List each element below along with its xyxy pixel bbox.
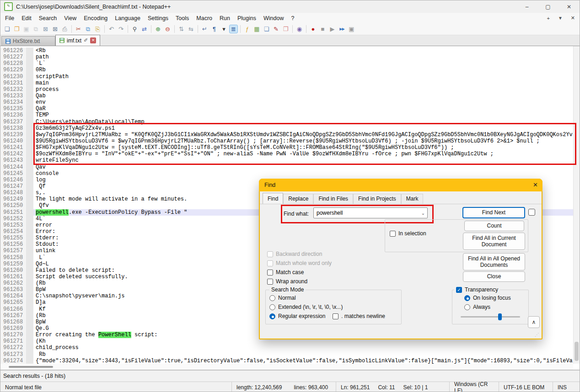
resize-grip-icon[interactable]: ⋰ <box>535 332 539 337</box>
editor-line[interactable]: 961240$9U5RgiwHSYtbsoLuD3Vf6 = $wy7qIGPn… <box>0 138 573 144</box>
find-icon[interactable]: ⚲ <box>130 25 139 33</box>
print-icon[interactable]: ⎙ <box>60 25 69 33</box>
copy-icon[interactable]: ⧉ <box>84 25 92 33</box>
dot-matches-newline-row[interactable]: . matches newline <box>333 313 385 319</box>
search-mode-regex-row[interactable]: Regular expression <box>269 313 325 319</box>
regex-radio[interactable] <box>269 313 275 319</box>
macro-run-multiple-icon[interactable]: ▶▶ <box>338 25 346 33</box>
find-dialog-tab-find-in-files[interactable]: Find in Files <box>313 194 353 204</box>
editor-line[interactable]: 961236TEMP <box>0 112 573 118</box>
editor-line[interactable]: 961233Qab <box>0 93 573 99</box>
in-selection-checkbox[interactable] <box>390 231 396 237</box>
zoom-out-icon[interactable]: ⊖ <box>163 25 172 33</box>
indent-guide-icon[interactable]: ≣ <box>229 25 238 33</box>
wrap-around-row[interactable]: Wrap around <box>267 278 307 285</box>
menu-item-tools[interactable]: Tools <box>172 14 193 23</box>
extended-radio[interactable] <box>269 304 275 310</box>
zoom-in-icon[interactable]: ⊕ <box>154 25 162 33</box>
vertical-scrollbar[interactable] <box>573 46 580 364</box>
function-list-icon[interactable]: ƒ <box>243 25 252 33</box>
editor-line[interactable]: 961227path <box>0 54 573 60</box>
search-mode-normal-row[interactable]: Normal <box>269 295 296 301</box>
match-case-row[interactable]: Match case <box>267 269 304 275</box>
menu-item-help[interactable]: ? <box>287 14 298 23</box>
search-mode-extended-row[interactable]: Extended (\n, \r, \t, \0, \x...) <box>269 304 343 310</box>
find-dialog-titlebar[interactable]: Find ✕ <box>259 179 542 191</box>
monitoring-eye-icon[interactable]: ◉ <box>295 25 304 33</box>
transparency-checkbox[interactable]: ✓ <box>456 287 462 293</box>
cut-icon[interactable]: ✂ <box>74 25 83 33</box>
editor-line[interactable]: 961230scriptPath <box>0 74 573 80</box>
editor-line[interactable]: 961273 Rb <box>0 351 573 358</box>
menu-item-window[interactable]: Window <box>260 14 287 23</box>
on-losing-focus-row[interactable]: On losing focus <box>464 295 511 301</box>
vertical-scrollbar-thumb[interactable] <box>575 342 579 361</box>
match-case-checkbox[interactable] <box>267 270 273 275</box>
editor-line[interactable]: 961241$FHG7xpKlVqaDNgu1c2Utw = [systeM.t… <box>0 144 573 151</box>
on-losing-focus-radio[interactable] <box>464 295 470 301</box>
user-defined-language-icon[interactable]: ✎ <box>272 25 280 33</box>
editor-line[interactable]: 961243writeFileSync <box>0 157 573 164</box>
close-button[interactable]: ✕ <box>559 0 580 13</box>
macro-play-icon[interactable]: ▶ <box>328 25 337 33</box>
collapse-dialog-button[interactable]: ∧ <box>528 316 540 328</box>
transparency-slider-thumb[interactable] <box>498 313 502 320</box>
tab-close-icon[interactable]: ✕ <box>90 37 96 43</box>
folder-as-workspace-icon[interactable]: ❐ <box>281 25 290 33</box>
dot-matches-newline-checkbox[interactable] <box>333 313 338 319</box>
transparency-slider[interactable] <box>461 316 520 318</box>
find-dialog-close-icon[interactable]: ✕ <box>533 181 538 188</box>
close-all-icon[interactable]: ⊠ <box>51 25 59 33</box>
tab-hxstore[interactable]: HxStore.txt <box>1 36 55 46</box>
always-radio[interactable] <box>464 304 470 310</box>
save-icon[interactable]: ▣ <box>22 25 31 33</box>
redo-icon[interactable]: ↷ <box>117 25 125 33</box>
maximize-button[interactable]: ▢ <box>537 0 559 13</box>
tab-list-dropdown-icon[interactable]: ▼ <box>558 16 563 21</box>
editor-line[interactable]: 961272child_process <box>0 344 573 351</box>
chevron-down-icon[interactable]: ⌄ <box>419 211 427 216</box>
menu-item-encoding[interactable]: Encoding <box>80 14 111 23</box>
search-results-panel-header[interactable]: Search results - (18 hits) <box>0 370 580 382</box>
document-map-icon[interactable]: ▦ <box>252 25 261 33</box>
menu-item-view[interactable]: View <box>60 14 80 23</box>
sync-horizontal-scroll-icon[interactable]: ⇆ <box>187 25 195 33</box>
replace-icon[interactable]: ⇄ <box>140 25 149 33</box>
status-eol-format[interactable]: Windows (CR LF) <box>454 381 494 392</box>
find-dialog-tab-find-in-projects[interactable]: Find in Projects <box>353 194 401 204</box>
horizontal-scrollbar-thumb[interactable] <box>9 366 53 368</box>
find-all-current-button[interactable]: Find All in Current Document <box>463 233 525 250</box>
find-dialog-tab-replace[interactable]: Replace <box>283 194 313 204</box>
close-find-button[interactable]: Close <box>463 271 525 282</box>
editor-line[interactable]: 961234env <box>0 99 573 106</box>
undo-icon[interactable]: ↶ <box>107 25 116 33</box>
new-tab-button[interactable]: + <box>547 16 549 21</box>
new-file-icon[interactable]: ❏ <box>3 25 11 33</box>
minimize-button[interactable]: – <box>516 0 537 13</box>
editor-line[interactable]: 961239$wy7qIGPnm36HpvjrL2TMUaRbz = "K0Qf… <box>0 132 573 138</box>
menu-item-search[interactable]: Search <box>35 14 61 23</box>
status-insert-mode[interactable]: INS <box>558 384 567 391</box>
editor-line[interactable]: 961242$9ozWfHXdm8eIBYru = "InV"+"okE"+"-… <box>0 151 573 157</box>
wrap-around-checkbox[interactable] <box>267 279 273 285</box>
editor-line[interactable]: 961231main <box>0 80 573 86</box>
open-folder-icon[interactable]: ❐ <box>12 25 21 33</box>
find-dialog-tab-mark[interactable]: Mark <box>401 194 424 204</box>
editor-line[interactable]: 961274{"mode":33204,"size":3443,"isFileV… <box>0 358 573 364</box>
normal-radio[interactable] <box>269 295 275 301</box>
macro-record-icon[interactable]: ● <box>309 25 317 33</box>
horizontal-scrollbar[interactable] <box>0 364 573 370</box>
sync-vertical-scroll-icon[interactable]: ⇅ <box>177 25 186 33</box>
two-buttons-mode-checkbox[interactable] <box>528 209 535 216</box>
toolbar-dropdown-icon[interactable]: ▾ <box>220 25 228 33</box>
find-dialog-tab-find[interactable]: Find <box>263 193 283 204</box>
editor-line[interactable]: 961245console <box>0 170 573 177</box>
menu-item-run[interactable]: Run <box>216 14 234 23</box>
menu-item-settings[interactable]: Settings <box>144 14 172 23</box>
editor-line[interactable]: 961238Gz3m6mG3j2TyAqF2Zx4v.ps1 <box>0 125 573 132</box>
editor-line[interactable]: 9612290Rb <box>0 67 573 73</box>
menu-item-language[interactable]: Language <box>111 14 144 23</box>
find-what-input[interactable] <box>314 210 419 216</box>
menu-item-plugins[interactable]: Plugins <box>234 14 260 23</box>
paste-icon[interactable]: ⎘ <box>93 25 102 33</box>
